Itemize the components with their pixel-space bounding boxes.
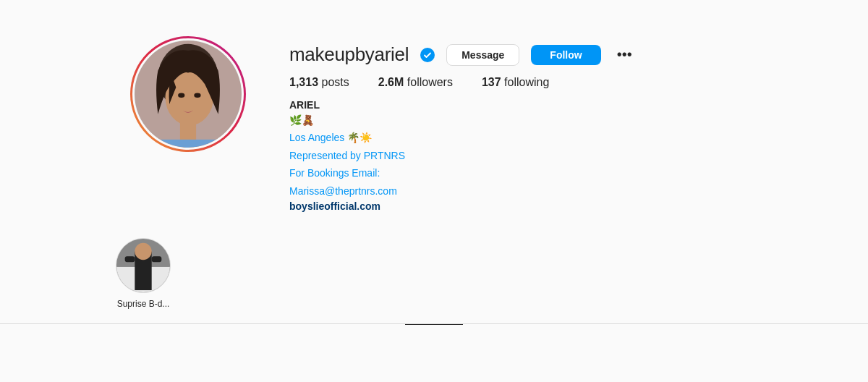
avatar[interactable]	[132, 38, 244, 150]
highlights-section: Suprise B-d...	[0, 226, 868, 316]
svg-rect-5	[155, 140, 222, 148]
avatar-image	[135, 41, 242, 148]
svg-rect-13	[125, 256, 135, 262]
following-stat[interactable]: 137 following	[482, 76, 549, 89]
svg-point-6	[178, 93, 184, 98]
following-count: 137	[482, 76, 501, 88]
bio-section: ARIEL 🌿🧸 Los Angeles 🌴☀️ Represented by …	[289, 99, 637, 212]
profile-section: makeupbyariel Message Follow ••• 1,313 p…	[0, 22, 868, 226]
message-button[interactable]: Message	[446, 44, 519, 66]
bio-emojis: 🌿🧸	[289, 112, 637, 128]
stats-row: 1,313 posts 2.6M followers 137 following	[289, 76, 637, 89]
svg-point-12	[135, 243, 151, 260]
follow-button[interactable]: Follow	[531, 45, 600, 65]
profile-info: makeupbyariel Message Follow ••• 1,313 p…	[289, 36, 637, 212]
posts-label: posts	[322, 76, 349, 88]
bio-website[interactable]: boyslieofficial.com	[289, 200, 637, 212]
bio-location: Los Angeles 🌴☀️	[289, 130, 637, 145]
highlight-circle	[116, 238, 171, 293]
more-icon: •••	[617, 46, 632, 63]
indicator-bar	[405, 324, 463, 325]
bio-rep: Represented by PRTNRS	[289, 148, 637, 164]
verified-badge-icon	[420, 48, 435, 62]
more-options-button[interactable]: •••	[613, 43, 637, 66]
posts-count: 1,313	[289, 76, 318, 88]
highlight-thumbnail	[116, 238, 170, 293]
bio-booking: For Bookings Email:	[289, 165, 637, 181]
followers-stat[interactable]: 2.6M followers	[378, 76, 453, 89]
followers-count: 2.6M	[378, 76, 404, 88]
bio-email: Marissa@theprtnrs.com	[289, 183, 637, 199]
followers-label: followers	[407, 76, 453, 88]
highlight-item[interactable]: Suprise B-d...	[116, 238, 171, 309]
svg-rect-14	[152, 256, 162, 262]
following-label: following	[504, 76, 549, 88]
avatar-wrapper	[130, 36, 246, 152]
bottom-indicator	[0, 324, 868, 325]
posts-stat: 1,313 posts	[289, 76, 349, 89]
svg-point-7	[194, 93, 200, 98]
svg-point-8	[420, 48, 435, 62]
highlight-label: Suprise B-d...	[117, 299, 170, 309]
username: makeupbyariel	[289, 43, 409, 66]
bio-name: ARIEL	[289, 99, 637, 111]
username-row: makeupbyariel Message Follow •••	[289, 43, 637, 66]
page-wrapper: makeupbyariel Message Follow ••• 1,313 p…	[0, 0, 868, 325]
